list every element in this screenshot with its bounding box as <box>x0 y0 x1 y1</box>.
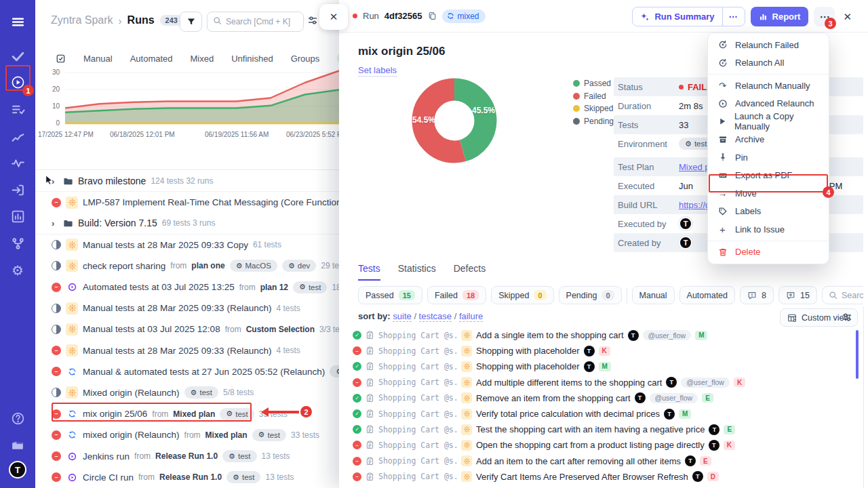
filter-passed[interactable]: Passed15 <box>358 286 422 304</box>
test-row[interactable]: Shopping Cart @s... Open the shopping ca… <box>353 437 854 453</box>
set-labels-link[interactable]: Set labels <box>358 65 397 77</box>
run-list-item[interactable]: Manual tests at 28 Mar 2025 09:33 (Relau… <box>35 298 339 319</box>
filter-skipped[interactable]: Skipped0 <box>491 286 553 304</box>
from-plan[interactable]: plan one <box>191 261 224 270</box>
menu-item-relaunch-failed[interactable]: Relaunch Failed <box>708 36 829 54</box>
drawer-close-button[interactable]: ✕ <box>840 11 854 23</box>
menu-item-launch-a-copy-manually[interactable]: Launch a Copy Manually <box>708 113 829 131</box>
test-row[interactable]: Shopping Cart @s... Test the shopping ca… <box>353 422 854 437</box>
avatar[interactable]: T <box>679 217 692 230</box>
menu-item-link-to-issue[interactable]: +Link to Issue <box>708 220 829 239</box>
tests-search-box[interactable]: Search by title <box>822 286 863 304</box>
breadcrumb-project[interactable]: Zyntra Spark <box>51 14 113 26</box>
comments-filter-button[interactable]: 8 <box>740 286 774 304</box>
test-row[interactable]: Shopping Cart @s... Shopping with placeh… <box>353 343 854 359</box>
assignee-avatar[interactable]: T <box>709 440 719 451</box>
test-row[interactable]: Shopping Cart @s... Add an item to the c… <box>353 453 854 469</box>
tab-groups[interactable]: Groups <box>291 54 320 64</box>
sidebar-item-pulse[interactable] <box>0 150 35 175</box>
test-suite[interactable]: Shopping Cart @s... <box>378 393 457 403</box>
sidebar-item-milestones[interactable] <box>0 124 35 148</box>
view-settings-icon[interactable] <box>842 312 852 323</box>
run-list-item[interactable]: mix origin 25/06 fromMixed plan⚙test 33 … <box>35 403 339 424</box>
run-list-item[interactable]: Mixed origin (Relaunch) ⚙test 5/8 tests <box>35 382 339 403</box>
tab-statistics[interactable]: Statistics <box>398 263 436 281</box>
test-suite[interactable]: Shopping Cart @s... <box>378 378 457 387</box>
sidebar-item-hamburger[interactable] <box>0 9 35 34</box>
tab-unfinished[interactable]: Unfinished <box>231 54 273 64</box>
test-title[interactable]: Shopping with placeholder <box>476 346 580 356</box>
tab-defects[interactable]: Defects <box>454 263 486 281</box>
test-suite[interactable]: Shopping Cart @s... <box>378 441 457 450</box>
test-title[interactable]: Verify Cart Items Are Preserved After Br… <box>476 472 688 482</box>
sidebar-item-branches[interactable] <box>0 231 35 256</box>
filter-button[interactable] <box>180 12 202 32</box>
test-title[interactable]: Add multiple different items to the shop… <box>476 378 662 388</box>
tab-automated[interactable]: Automated <box>130 54 173 64</box>
menu-item-labels[interactable]: Labels <box>708 203 829 221</box>
sidebar-item-help[interactable] <box>0 406 35 430</box>
test-suite[interactable]: Shopping Cart @s... <box>378 362 457 371</box>
from-plan[interactable]: Mixed plan <box>173 409 215 419</box>
run-list-item[interactable]: Manual tests at 28 Mar 2025 09:33 Copy 6… <box>35 235 339 256</box>
from-plan[interactable]: plan 12 <box>260 283 288 292</box>
menu-item-advanced-relaunch[interactable]: Advanced Relaunch <box>708 95 829 113</box>
menu-item-relaunch-all[interactable]: Relaunch All <box>708 54 829 73</box>
test-title[interactable]: Add an item to the cart after removing a… <box>476 456 681 466</box>
test-title[interactable]: Shopping with placeholder <box>476 361 580 371</box>
sort-by-testcase[interactable]: testcase <box>419 311 452 322</box>
menu-item-archive[interactable]: Archive <box>708 131 829 149</box>
sort-by-suite[interactable]: suite <box>393 311 411 322</box>
from-plan[interactable]: Release Run 1.0 <box>159 472 222 482</box>
from-plan[interactable]: Release Run 1.0 <box>155 451 218 461</box>
sidebar-item-test-cases[interactable] <box>0 97 35 121</box>
comments-new-filter-button[interactable]: 15 <box>778 286 817 304</box>
run-folder-row[interactable]: › Bravo milestone 124 tests 32 runs <box>35 171 339 192</box>
sort-by-failure[interactable]: failure <box>459 311 483 322</box>
test-title[interactable]: Remove an item from the shopping cart <box>476 393 631 403</box>
menu-item-move[interactable]: →Move <box>708 184 829 203</box>
menu-item-pin[interactable]: Pin <box>708 148 829 167</box>
sidebar-item-check[interactable] <box>0 43 35 68</box>
run-folder-row[interactable]: › Build: Version 7.15 69 tests 3 runs <box>35 213 339 234</box>
run-list-item[interactable]: Manual & automated tests at 27 Jun 2025 … <box>35 361 339 382</box>
test-row[interactable]: Shopping Cart @s... Verify total price c… <box>353 406 854 422</box>
test-row[interactable]: Shopping Cart @s... Add multiple differe… <box>353 375 854 390</box>
filter-failed[interactable]: Failed18 <box>427 286 486 304</box>
assignee-avatar[interactable]: T <box>628 330 639 341</box>
run-list-item[interactable]: Automated tests at 03 Jul 2025 13:25 fro… <box>35 277 339 298</box>
test-suite[interactable]: Shopping Cart @s... <box>378 472 457 481</box>
test-row[interactable]: Shopping Cart @s... Remove an item from … <box>353 390 854 406</box>
test-suite[interactable]: Shopping Cart @s... <box>378 456 457 466</box>
filter-automated[interactable]: Automated <box>679 286 735 304</box>
tab-mixed[interactable]: Mixed <box>191 54 214 64</box>
assignee-avatar[interactable]: T <box>692 471 703 482</box>
sidebar-item-projects[interactable] <box>0 433 35 458</box>
copy-icon[interactable] <box>428 12 437 20</box>
sidebar-avatar[interactable]: T <box>0 458 35 482</box>
test-row[interactable]: Shopping Cart @s... Add a single item to… <box>353 327 854 343</box>
assignee-avatar[interactable]: T <box>584 361 595 372</box>
tab-tests[interactable]: Tests <box>358 263 380 281</box>
run-list-item[interactable]: LMP-587 Implement Real-Time Chat Messagi… <box>35 192 339 213</box>
tests-scrollbar[interactable] <box>856 330 859 379</box>
assignee-avatar[interactable]: T <box>685 455 696 466</box>
menu-item-delete[interactable]: Delete <box>708 243 829 262</box>
filter-pending[interactable]: Pending0 <box>559 286 622 304</box>
sidebar-item-import[interactable] <box>0 178 35 202</box>
run-list-item[interactable]: Circle CI run fromRelease Run 1.0⚙test 1… <box>35 467 339 488</box>
test-row[interactable]: Shopping Cart @s... Verify Cart Items Ar… <box>353 469 854 485</box>
run-list-item[interactable]: Manual tests at 03 Jul 2025 12:08 fromCu… <box>35 319 339 340</box>
run-list-item[interactable]: mixed origin (Relaunch) fromMixed plan⚙t… <box>35 424 339 445</box>
filter-manual[interactable]: Manual <box>632 286 675 304</box>
tab-manual[interactable]: Manual <box>83 54 113 64</box>
report-button[interactable]: Report <box>751 7 809 26</box>
run-list-item[interactable]: check report sharing fromplan one⚙MacOS⚙… <box>35 256 339 277</box>
assignee-avatar[interactable]: T <box>635 392 646 403</box>
assignee-avatar[interactable]: T <box>584 346 595 357</box>
assignee-avatar[interactable]: T <box>666 377 677 388</box>
test-suite[interactable]: Shopping Cart @s... <box>378 425 457 434</box>
panel-close-button[interactable]: ✕ <box>319 4 348 30</box>
test-suite[interactable]: Shopping Cart @s... <box>378 409 457 419</box>
menu-item-relaunch-manually[interactable]: ↷Relaunch Manually <box>708 77 829 95</box>
